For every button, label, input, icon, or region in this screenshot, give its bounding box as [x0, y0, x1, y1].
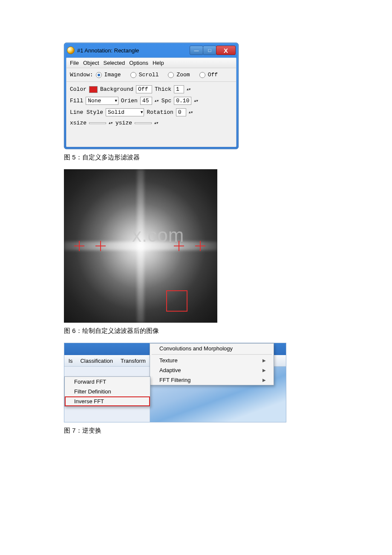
- fft-submenu: Forward FFT Filter Definition Inverse FF…: [64, 376, 150, 407]
- titlebar[interactable]: #1 Annotation: Rectangle — □ X: [66, 45, 236, 58]
- window-label: Window:: [70, 72, 93, 78]
- rotation-field[interactable]: 0: [176, 108, 186, 116]
- xsize-spinner[interactable]: ▲▼: [109, 122, 113, 124]
- menubar: File Object Selected Options Help: [66, 58, 236, 68]
- window-mode-row: Window: Image Scroll Zoom Off: [66, 68, 236, 82]
- ysize-spinner[interactable]: ▲▼: [154, 122, 159, 124]
- annotation-dialog: #1 Annotation: Rectangle — □ X File Obje…: [64, 43, 239, 149]
- fft-image: [64, 169, 217, 323]
- minimize-button[interactable]: —: [190, 46, 203, 55]
- radio-image[interactable]: [96, 72, 102, 78]
- vertical-streak: [137, 169, 144, 323]
- menu-selected[interactable]: Selected: [104, 60, 125, 66]
- sm-forward-fft[interactable]: Forward FFT: [65, 377, 150, 387]
- app-icon: [67, 46, 75, 54]
- menu-file[interactable]: File: [70, 60, 79, 66]
- thick-spinner[interactable]: ▲▼: [187, 88, 191, 90]
- dd-texture[interactable]: Texture▶: [150, 356, 274, 365]
- client-area: File Object Selected Options Help Window…: [66, 58, 236, 147]
- fill-label: Fill: [70, 98, 83, 104]
- rectangle-annotation: [166, 290, 187, 312]
- document-page: #1 Annotation: Rectangle — □ X File Obje…: [0, 0, 392, 468]
- orien-field[interactable]: 45: [140, 97, 152, 105]
- fill-combo[interactable]: None▼: [86, 97, 118, 105]
- properties-panel: Color Background Off Thick 1 ▲▼ Fill Non…: [66, 82, 236, 147]
- xsize-field[interactable]: [89, 122, 106, 124]
- radio-zoom-label: Zoom: [176, 72, 190, 78]
- chevron-right-icon: ▶: [262, 358, 266, 363]
- background-label: Background: [100, 86, 133, 92]
- chevron-right-icon: ▶: [262, 368, 266, 373]
- xsize-label: xsize: [70, 120, 86, 126]
- menu-options[interactable]: Options: [129, 60, 148, 66]
- figure5-caption: 图 5：自定义多边形滤波器: [64, 153, 328, 162]
- thick-label: Thick: [155, 86, 171, 92]
- chevron-down-icon: ▼: [141, 110, 143, 115]
- menu-classification[interactable]: Classification: [78, 357, 115, 364]
- spc-field[interactable]: 0.10: [174, 97, 191, 105]
- radio-image-label: Image: [104, 72, 121, 78]
- ysize-label: ysize: [115, 120, 132, 126]
- dd-convolutions[interactable]: Convolutions and Morphology: [150, 344, 274, 353]
- orien-label: Orien: [121, 98, 138, 104]
- dd-separator: [152, 354, 272, 355]
- figure7-caption: 图 7：逆变换: [64, 427, 328, 435]
- chevron-right-icon: ▶: [262, 378, 266, 382]
- envi-menubar-screenshot: ls Classification Transform Filter Spect…: [64, 343, 286, 422]
- rotation-label: Rotation: [147, 109, 173, 116]
- close-button[interactable]: X: [216, 46, 236, 55]
- radio-scroll[interactable]: [130, 72, 136, 78]
- window-controls: — □ X: [190, 46, 236, 55]
- radio-scroll-label: Scroll: [139, 72, 159, 78]
- maximize-button[interactable]: □: [203, 46, 216, 55]
- radio-zoom[interactable]: [168, 72, 174, 78]
- linestyle-label: Line Style: [70, 109, 103, 116]
- figure6-caption: 图 6：绘制自定义滤波器后的图像: [64, 327, 328, 335]
- menu-transform[interactable]: Transform: [119, 357, 147, 364]
- dd-adaptive[interactable]: Adaptive▶: [150, 365, 274, 375]
- sm-filter-definition[interactable]: Filter Definition: [65, 387, 150, 396]
- window-title: #1 Annotation: Rectangle: [77, 47, 190, 54]
- menu-help[interactable]: Help: [153, 60, 164, 66]
- color-label: Color: [70, 86, 86, 92]
- menu-body: Convolutions and Morphology Texture▶ Ada…: [64, 367, 286, 422]
- radio-off-label: Off: [208, 72, 218, 78]
- menubar-leftfrag: ls: [67, 357, 74, 364]
- filter-dropdown: Convolutions and Morphology Texture▶ Ada…: [150, 343, 274, 385]
- spc-spinner[interactable]: ▲▼: [194, 100, 198, 102]
- spc-label: Spc: [161, 98, 171, 104]
- background-field[interactable]: Off: [136, 85, 152, 93]
- ysize-field[interactable]: [135, 122, 152, 124]
- linestyle-combo[interactable]: Solid▼: [106, 108, 144, 116]
- sm-inverse-fft[interactable]: Inverse FFT: [65, 396, 150, 406]
- orien-spinner[interactable]: ▲▼: [155, 100, 159, 102]
- radio-off[interactable]: [199, 72, 205, 78]
- color-swatch[interactable]: [89, 86, 98, 93]
- rotation-spinner[interactable]: ▲▼: [189, 111, 193, 113]
- dd-fft-filtering[interactable]: FFT Filtering▶: [150, 375, 274, 385]
- chevron-down-icon: ▼: [115, 99, 117, 103]
- menu-object[interactable]: Object: [83, 60, 99, 66]
- thick-field[interactable]: 1: [174, 85, 184, 93]
